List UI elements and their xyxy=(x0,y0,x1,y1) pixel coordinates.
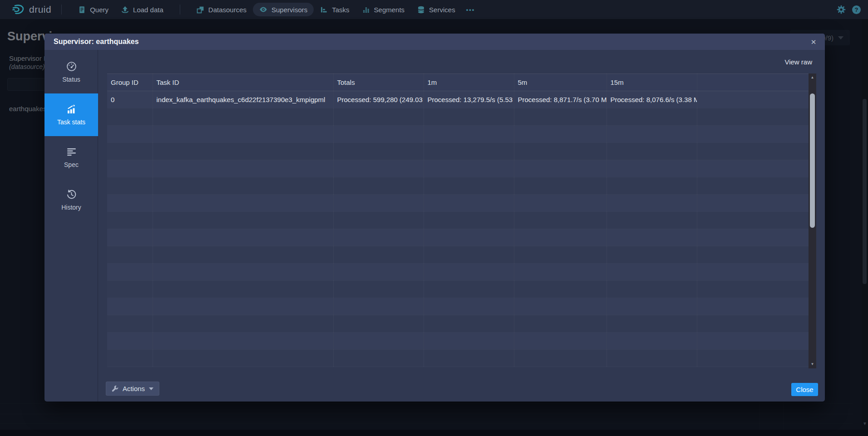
tab-history[interactable]: History xyxy=(44,179,98,221)
table-row-empty xyxy=(107,298,809,315)
cell-m1 xyxy=(424,143,514,160)
table-row-empty xyxy=(107,177,809,195)
nav-item-datasources[interactable]: Datasources xyxy=(190,3,253,16)
cell-totals xyxy=(333,298,424,315)
cell-totals: Processed: 599,280 (249.03 MB) xyxy=(333,91,424,108)
nav-item-supervisors[interactable]: Supervisors xyxy=(253,3,314,16)
cell-group_id xyxy=(107,350,153,367)
cell-m1 xyxy=(424,108,514,126)
query-icon xyxy=(78,6,86,14)
nav-item-label: Tasks xyxy=(332,6,349,14)
cell-group_id xyxy=(107,108,153,126)
nav-item-label: Segments xyxy=(374,6,405,14)
more-menu-button[interactable]: ••• xyxy=(462,4,480,16)
tasks-icon xyxy=(320,6,328,14)
cell-task_id xyxy=(153,177,333,195)
history-clock-icon xyxy=(66,189,77,200)
cell-m15 xyxy=(607,195,697,212)
scroll-up-icon[interactable]: ▲ xyxy=(809,74,816,81)
druid-logo[interactable]: druid xyxy=(12,4,51,15)
nav-item-tasks[interactable]: Tasks xyxy=(314,3,355,16)
column-header-15m[interactable]: 15m xyxy=(607,74,697,91)
cell-m5 xyxy=(514,264,607,281)
cell-task_id: index_kafka_earthquakes_c6d22f2137390e3_… xyxy=(153,91,333,108)
table-scrollbar-thumb[interactable] xyxy=(810,93,815,228)
tab-label: History xyxy=(61,204,81,211)
help-button[interactable]: ? xyxy=(852,5,861,14)
table-row-empty xyxy=(107,246,809,264)
table-scrollbar[interactable]: ▲ ▼ xyxy=(809,73,816,368)
dialog-title: Supervisor: earthquakes xyxy=(54,38,139,46)
cell-group_id xyxy=(107,126,153,143)
tab-status[interactable]: Status xyxy=(44,51,98,93)
cell-filler xyxy=(697,126,809,143)
cell-task_id xyxy=(153,160,333,177)
cell-m5 xyxy=(514,229,607,246)
cell-task_id xyxy=(153,264,333,281)
nav-item-services[interactable]: Services xyxy=(411,3,462,16)
cell-m5 xyxy=(514,333,607,350)
cell-m5 xyxy=(514,177,607,195)
cell-m15 xyxy=(607,298,697,315)
table-row-empty xyxy=(107,333,809,350)
cell-filler xyxy=(697,143,809,160)
datasources-icon xyxy=(197,6,204,14)
table-row[interactable]: 0index_kafka_earthquakes_c6d22f2137390e3… xyxy=(107,91,809,108)
scroll-down-icon[interactable]: ▼ xyxy=(809,361,816,367)
nav-item-label: Load data xyxy=(133,6,163,14)
nav-divider xyxy=(61,5,62,15)
nav-item-segments[interactable]: Segments xyxy=(356,3,411,16)
settings-button[interactable] xyxy=(837,5,846,14)
cell-m15: Processed: 8,076.6/s (3.38 MB/s) xyxy=(607,91,697,108)
cell-totals xyxy=(333,229,424,246)
cell-m5 xyxy=(514,195,607,212)
cell-totals xyxy=(333,177,424,195)
nav-item-load-data[interactable]: Load data xyxy=(115,3,170,16)
brand-name: druid xyxy=(29,4,51,15)
table-row-empty xyxy=(107,195,809,212)
table-row-empty xyxy=(107,143,809,160)
cell-m5 xyxy=(514,126,607,143)
tab-spec[interactable]: Spec xyxy=(44,136,98,179)
cell-filler xyxy=(697,333,809,350)
cell-task_id xyxy=(153,298,333,315)
cell-totals xyxy=(333,126,424,143)
close-button[interactable]: Close xyxy=(791,383,818,396)
cell-m15 xyxy=(607,177,697,195)
tab-task-stats[interactable]: Task stats xyxy=(44,93,98,136)
cell-m5 xyxy=(514,298,607,315)
cell-totals xyxy=(333,143,424,160)
close-icon[interactable]: ✕ xyxy=(808,36,819,48)
cell-m15 xyxy=(607,212,697,229)
table-row-empty xyxy=(107,126,809,143)
cell-task_id xyxy=(153,281,333,298)
cell-group_id xyxy=(107,195,153,212)
nav-item-query[interactable]: Query xyxy=(72,3,115,16)
cell-m15 xyxy=(607,143,697,160)
cell-task_id xyxy=(153,350,333,367)
view-raw-link[interactable]: View raw xyxy=(784,58,812,66)
cell-m15 xyxy=(607,108,697,126)
actions-button[interactable]: Actions xyxy=(106,382,159,396)
table-header-row: Group ID Task ID Totals 1m 5m 15m xyxy=(107,74,809,91)
column-header-5m[interactable]: 5m xyxy=(514,74,607,91)
cell-filler xyxy=(697,281,809,298)
column-header-1m[interactable]: 1m xyxy=(424,74,514,91)
task-stats-table-body: 0index_kafka_earthquakes_c6d22f2137390e3… xyxy=(107,91,809,367)
cell-totals xyxy=(333,264,424,281)
cell-group_id xyxy=(107,315,153,333)
column-header-totals[interactable]: Totals xyxy=(333,74,424,91)
cell-filler xyxy=(697,177,809,195)
cell-totals xyxy=(333,212,424,229)
column-header-group-id[interactable]: Group ID xyxy=(107,74,153,91)
cell-group_id xyxy=(107,281,153,298)
status-gauge-icon xyxy=(66,61,77,72)
top-navbar: druid Query Load data Datasources xyxy=(0,0,868,19)
services-icon xyxy=(417,6,425,14)
cell-filler xyxy=(697,264,809,281)
cell-m5 xyxy=(514,143,607,160)
table-row-empty xyxy=(107,108,809,126)
cell-group_id xyxy=(107,143,153,160)
column-header-task-id[interactable]: Task ID xyxy=(153,74,333,91)
cell-m15 xyxy=(607,246,697,264)
